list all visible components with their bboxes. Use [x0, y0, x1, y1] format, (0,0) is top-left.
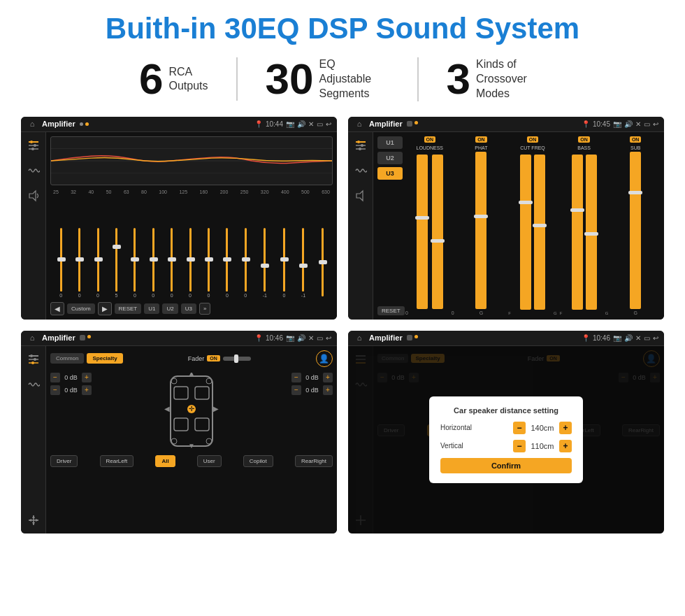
eq-slider-11[interactable]: 0 — [244, 228, 247, 298]
eq-slider-14[interactable]: -1 — [301, 228, 305, 298]
dialog-vertical-row: Vertical − 110cm + — [440, 440, 572, 452]
eq-u1-button[interactable]: U1 — [144, 303, 159, 314]
fader-db3-val: 0 dB — [303, 374, 321, 381]
cr-u1-button[interactable]: U1 — [377, 136, 403, 149]
fader-arrows-icon[interactable] — [26, 513, 41, 528]
eq-slider-3[interactable]: 0 — [96, 228, 99, 298]
eq-slider-9[interactable]: 0 — [208, 228, 210, 298]
fader-db3-minus[interactable]: − — [291, 373, 301, 382]
cr-cutfreq-channel: ON CUT FREQ FG — [508, 136, 557, 315]
fader-db2-minus[interactable]: − — [50, 385, 60, 395]
dialog-vertical-plus[interactable]: + — [559, 440, 572, 452]
eq-filter-icon[interactable] — [26, 138, 41, 153]
eq-vol-side-icon[interactable] — [26, 188, 41, 203]
cr-filter-icon[interactable] — [353, 138, 368, 153]
dialog-horizontal-plus[interactable]: + — [559, 422, 572, 434]
eq-u2-button[interactable]: U2 — [162, 303, 178, 314]
stat-eq: 30 EQ Adjustable Segments — [238, 57, 419, 101]
fader-driver-button[interactable]: Driver — [50, 455, 78, 467]
confirm-button[interactable]: Confirm — [440, 458, 572, 473]
cr-u2-button[interactable]: U2 — [377, 152, 403, 164]
dialog-dot-2 — [414, 335, 418, 338]
svg-point-11 — [357, 141, 360, 143]
cr-bass-slider2[interactable] — [586, 155, 597, 310]
eq-slider-15[interactable] — [322, 228, 324, 298]
eq-slider-10[interactable]: 0 — [226, 228, 229, 298]
fader-dot-1 — [80, 335, 85, 341]
fader-user-button[interactable]: User — [197, 455, 222, 467]
fader-filter-icon[interactable] — [26, 352, 41, 367]
cr-loudness-slider1[interactable] — [417, 155, 428, 309]
dialog-vertical-minus[interactable]: − — [513, 440, 526, 452]
cr-phat-on[interactable]: ON — [475, 136, 487, 143]
cr-wave-icon[interactable] — [353, 163, 368, 178]
dialog-time: 10:46 — [593, 334, 610, 342]
eq-wave-icon[interactable] — [26, 163, 41, 178]
eq-slider-8[interactable]: 0 — [189, 228, 192, 298]
cr-loudness-on[interactable]: ON — [424, 136, 436, 143]
fader-db1-minus[interactable]: − — [50, 373, 60, 382]
stat-label-rca: RCA Outputs — [169, 65, 208, 94]
fader-rearleft-button[interactable]: RearLeft — [100, 455, 134, 467]
eq-next-button[interactable]: ▶ — [98, 302, 112, 315]
eq-reset-button[interactable]: RESET — [115, 303, 142, 314]
fader-top-bar: Common Specialty Fader ON 👤 — [50, 350, 333, 367]
dialog-cam-icon: 📷 — [613, 334, 621, 342]
fader-main-area: Common Specialty Fader ON 👤 — [46, 346, 337, 533]
car-diagram: ✛ ▲ ▼ ◀ ▶ — [106, 373, 277, 450]
cr-loudness-slider2[interactable] — [432, 155, 443, 309]
fader-db4-plus[interactable]: + — [323, 385, 333, 395]
cr-cutfreq-slider1[interactable] — [520, 155, 531, 310]
eq-slider-4[interactable]: 5 — [115, 228, 117, 298]
fader-db2-plus[interactable]: + — [82, 385, 92, 395]
cr-cutfreq-label: CUT FREQ — [520, 145, 545, 150]
eq-expand-button[interactable]: » — [199, 303, 210, 315]
cr-phat-label: PHAT — [475, 145, 487, 150]
eq-side-nav — [21, 132, 46, 320]
cr-cutfreq-on[interactable]: ON — [527, 136, 539, 143]
eq-slider-5[interactable]: 0 — [134, 228, 136, 298]
eq-slider-7[interactable]: 0 — [171, 228, 173, 298]
fader-specialty-tab[interactable]: Specialty — [87, 353, 122, 364]
fader-copilot-button[interactable]: Copilot — [243, 455, 273, 467]
eq-slider-6[interactable]: 0 — [152, 228, 154, 298]
fader-all-button[interactable]: All — [155, 455, 175, 467]
crossover-main-area: U1 U2 U3 RESET ON LOUDNESS — [373, 132, 664, 320]
cr-cutfreq-slider2[interactable] — [534, 155, 545, 310]
fader-rearright-button[interactable]: RearRight — [295, 455, 333, 467]
cr-vol-side-icon[interactable] — [353, 188, 368, 203]
fader-wave-icon[interactable] — [26, 377, 41, 392]
eq-slider-2[interactable]: 0 — [78, 228, 81, 298]
fader-db4-minus[interactable]: − — [291, 385, 301, 395]
fader-on-badge[interactable]: ON — [207, 355, 220, 361]
fader-x-icon: ✕ — [308, 334, 314, 342]
eq-u3-button[interactable]: U3 — [181, 303, 196, 314]
eq-main-area: 253240 506380 100125160 200250320 400500… — [46, 132, 337, 320]
fader-location-icon: 📍 — [254, 334, 263, 342]
stat-crossover: 3 Kinds of Crossover Modes — [419, 57, 574, 101]
dialog-horizontal-minus[interactable]: − — [513, 422, 526, 434]
eq-slider-1[interactable]: 0 — [59, 228, 62, 298]
cr-bass-label: BASS — [577, 145, 591, 150]
stats-row: 6 RCA Outputs 30 EQ Adjustable Segments … — [21, 57, 664, 101]
cr-sub-slider[interactable] — [630, 152, 641, 309]
cr-sub-on[interactable]: ON — [630, 136, 642, 143]
cr-u3-button[interactable]: U3 — [377, 167, 403, 180]
stat-number-eq: 30 — [266, 57, 314, 101]
svg-text:▼: ▼ — [188, 442, 195, 450]
eq-prev-button[interactable]: ◀ — [50, 302, 64, 315]
fader-vol-icon: 🔊 — [297, 334, 305, 342]
cr-phat-slider[interactable] — [475, 152, 486, 309]
cr-bass-slider1[interactable] — [572, 155, 583, 310]
cr-bass-on[interactable]: ON — [578, 136, 590, 143]
cr-reset-button[interactable]: RESET — [377, 306, 405, 315]
cr-vol-icon: 🔊 — [624, 120, 633, 128]
fader-db3-plus[interactable]: + — [323, 373, 333, 382]
fader-common-tab[interactable]: Common — [50, 353, 84, 364]
svg-rect-31 — [195, 418, 209, 431]
eq-slider-12[interactable]: -1 — [263, 228, 267, 298]
dialog-horizontal-row: Horizontal − 140cm + — [440, 422, 572, 434]
eq-slider-13[interactable]: 0 — [282, 228, 285, 298]
fader-db1-plus[interactable]: + — [82, 373, 92, 382]
fader-user-icon[interactable]: 👤 — [316, 350, 333, 367]
